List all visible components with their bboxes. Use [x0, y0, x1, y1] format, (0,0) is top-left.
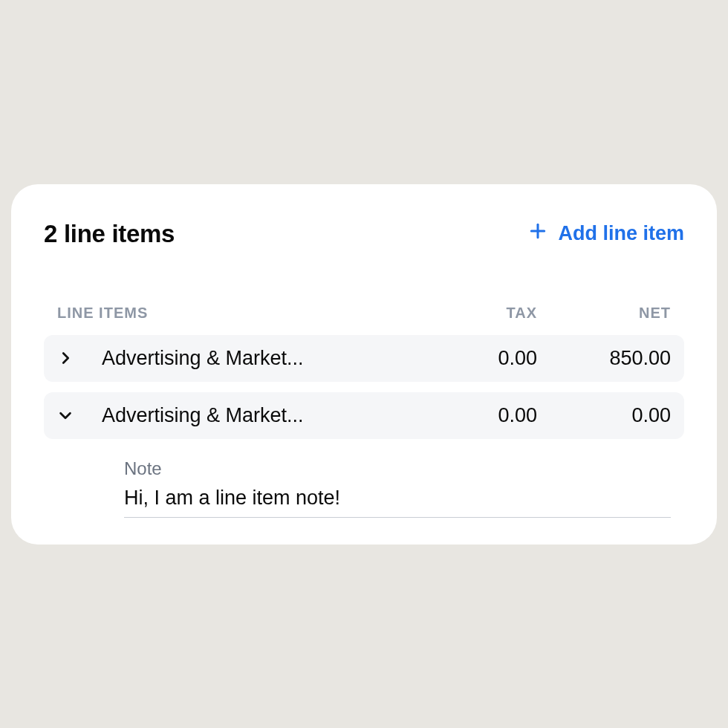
add-line-item-button[interactable]: Add line item — [528, 221, 684, 246]
note-section: Note — [44, 449, 684, 527]
table-row[interactable]: Advertising & Market... 0.00 0.00 — [44, 392, 684, 439]
chevron-right-icon — [57, 350, 102, 366]
row-tax: 0.00 — [433, 347, 537, 370]
card-title: 2 line items — [44, 220, 175, 248]
note-label: Note — [124, 458, 671, 479]
row-tax: 0.00 — [433, 404, 537, 427]
card-header: 2 line items Add line item — [44, 220, 684, 248]
column-header-line-items: LINE ITEMS — [57, 305, 433, 322]
column-header-tax: TAX — [433, 305, 537, 322]
row-name: Advertising & Market... — [102, 404, 433, 427]
columns-header: LINE ITEMS TAX NET — [44, 305, 684, 335]
chevron-down-icon — [57, 407, 102, 423]
row-net: 850.00 — [537, 347, 671, 370]
row-net: 0.00 — [537, 404, 671, 427]
column-header-net: NET — [537, 305, 671, 322]
plus-icon — [528, 221, 547, 246]
add-line-item-label: Add line item — [558, 222, 684, 245]
line-items-card: 2 line items Add line item LINE ITEMS TA… — [11, 184, 717, 545]
note-input[interactable] — [124, 484, 671, 518]
table-row[interactable]: Advertising & Market... 0.00 850.00 — [44, 335, 684, 382]
row-name: Advertising & Market... — [102, 347, 433, 370]
